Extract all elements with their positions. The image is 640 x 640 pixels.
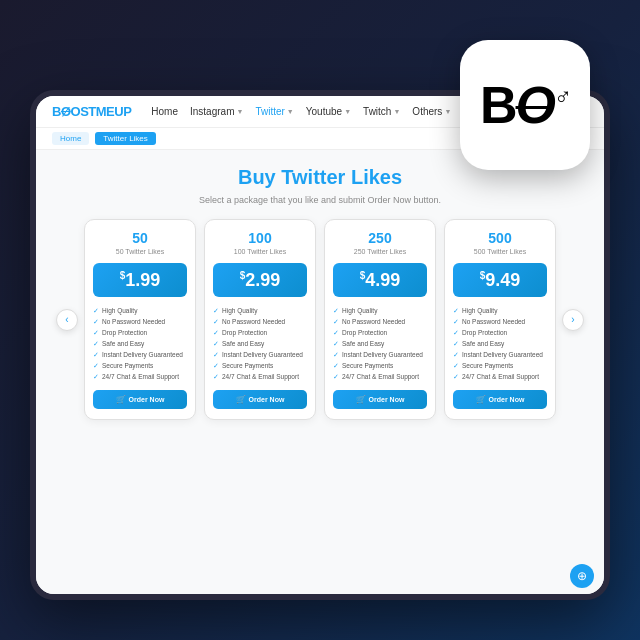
- card-price-box-3: $9.49: [453, 263, 547, 297]
- card-feature-3-0: High Quality: [453, 305, 547, 316]
- card-feature-1-5: Secure Payments: [213, 360, 307, 371]
- card-feature-1-3: Safe and Easy: [213, 338, 307, 349]
- chat-bubble-button[interactable]: ⊕: [570, 564, 594, 588]
- card-features-3: High QualityNo Password NeededDrop Prote…: [453, 305, 547, 382]
- card-feature-3-4: Instant Delivery Guaranteed: [453, 349, 547, 360]
- card-feature-0-3: Safe and Easy: [93, 338, 187, 349]
- order-btn-icon-0: 🛒: [116, 395, 126, 404]
- tablet-screen: BØOSTMEUP Home Instagram ▼ Twitter ▼ You…: [36, 96, 604, 594]
- nav-item-others[interactable]: Others ▼: [412, 106, 451, 117]
- card-feature-1-6: 24/7 Chat & Email Support: [213, 371, 307, 382]
- card-feature-2-2: Drop Protection: [333, 327, 427, 338]
- card-price-3: $9.49: [465, 271, 535, 289]
- card-feature-3-3: Safe and Easy: [453, 338, 547, 349]
- nav-item-home[interactable]: Home: [151, 106, 178, 117]
- card-feature-2-6: 24/7 Chat & Email Support: [333, 371, 427, 382]
- carousel-prev-button[interactable]: ‹: [56, 309, 78, 331]
- nav-links: Home Instagram ▼ Twitter ▼ Youtube ▼ Twi…: [151, 106, 479, 117]
- card-label-0: 50 Twitter Likes: [116, 248, 165, 255]
- card-feature-3-6: 24/7 Chat & Email Support: [453, 371, 547, 382]
- card-features-1: High QualityNo Password NeededDrop Prote…: [213, 305, 307, 382]
- card-feature-3-2: Drop Protection: [453, 327, 547, 338]
- card-feature-1-2: Drop Protection: [213, 327, 307, 338]
- order-btn-icon-3: 🛒: [476, 395, 486, 404]
- card-price-2: $4.99: [345, 271, 415, 289]
- card-feature-2-4: Instant Delivery Guaranteed: [333, 349, 427, 360]
- order-now-button-2[interactable]: 🛒 Order Now: [333, 390, 427, 409]
- pricing-card-1: 100 100 Twitter Likes $2.99 High Quality…: [204, 219, 316, 420]
- order-now-button-1[interactable]: 🛒 Order Now: [213, 390, 307, 409]
- card-qty-1: 100: [248, 230, 271, 246]
- card-feature-0-1: No Password Needed: [93, 316, 187, 327]
- card-price-0: $1.99: [105, 271, 175, 289]
- order-now-button-3[interactable]: 🛒 Order Now: [453, 390, 547, 409]
- nav-item-twitter[interactable]: Twitter ▼: [255, 106, 293, 117]
- breadcrumb-home[interactable]: Home: [52, 132, 89, 145]
- card-feature-0-5: Secure Payments: [93, 360, 187, 371]
- card-feature-1-1: No Password Needed: [213, 316, 307, 327]
- order-now-button-0[interactable]: 🛒 Order Now: [93, 390, 187, 409]
- pricing-area: ‹ 50 50 Twitter Likes $1.99 High Quality…: [56, 219, 584, 420]
- nav-item-youtube[interactable]: Youtube ▼: [306, 106, 351, 117]
- card-features-0: High QualityNo Password NeededDrop Prote…: [93, 305, 187, 382]
- order-btn-icon-1: 🛒: [236, 395, 246, 404]
- card-feature-2-1: No Password Needed: [333, 316, 427, 327]
- card-price-1: $2.99: [225, 271, 295, 289]
- nav-item-twitch[interactable]: Twitch ▼: [363, 106, 400, 117]
- card-feature-0-0: High Quality: [93, 305, 187, 316]
- card-feature-2-0: High Quality: [333, 305, 427, 316]
- card-feature-2-5: Secure Payments: [333, 360, 427, 371]
- card-feature-2-3: Safe and Easy: [333, 338, 427, 349]
- card-feature-1-0: High Quality: [213, 305, 307, 316]
- app-icon-text: BO♂: [480, 79, 570, 131]
- carousel-next-button[interactable]: ›: [562, 309, 584, 331]
- card-label-1: 100 Twitter Likes: [234, 248, 286, 255]
- nav-item-instagram[interactable]: Instagram ▼: [190, 106, 243, 117]
- card-price-box-0: $1.99: [93, 263, 187, 297]
- card-label-3: 500 Twitter Likes: [474, 248, 526, 255]
- card-features-2: High QualityNo Password NeededDrop Prote…: [333, 305, 427, 382]
- card-price-box-1: $2.99: [213, 263, 307, 297]
- card-feature-0-4: Instant Delivery Guaranteed: [93, 349, 187, 360]
- cards-container: 50 50 Twitter Likes $1.99 High QualityNo…: [84, 219, 556, 420]
- app-icon: BO♂: [460, 40, 590, 170]
- breadcrumb-current: Twitter Likes: [95, 132, 155, 145]
- card-price-box-2: $4.99: [333, 263, 427, 297]
- card-feature-1-4: Instant Delivery Guaranteed: [213, 349, 307, 360]
- card-feature-0-2: Drop Protection: [93, 327, 187, 338]
- card-qty-0: 50: [132, 230, 148, 246]
- pricing-card-2: 250 250 Twitter Likes $4.99 High Quality…: [324, 219, 436, 420]
- order-btn-icon-2: 🛒: [356, 395, 366, 404]
- card-feature-3-1: No Password Needed: [453, 316, 547, 327]
- logo: BØOSTMEUP: [52, 104, 131, 119]
- main-content: Buy Twitter Likes Select a package that …: [36, 150, 604, 594]
- card-qty-2: 250: [368, 230, 391, 246]
- card-label-2: 250 Twitter Likes: [354, 248, 406, 255]
- card-feature-0-6: 24/7 Chat & Email Support: [93, 371, 187, 382]
- card-feature-3-5: Secure Payments: [453, 360, 547, 371]
- pricing-card-3: 500 500 Twitter Likes $9.49 High Quality…: [444, 219, 556, 420]
- pricing-card-0: 50 50 Twitter Likes $1.99 High QualityNo…: [84, 219, 196, 420]
- page-subtitle: Select a package that you like and submi…: [56, 195, 584, 205]
- scene: BO♂ BØOSTMEUP Home Instagram ▼ Twitter ▼…: [30, 40, 610, 600]
- card-qty-3: 500: [488, 230, 511, 246]
